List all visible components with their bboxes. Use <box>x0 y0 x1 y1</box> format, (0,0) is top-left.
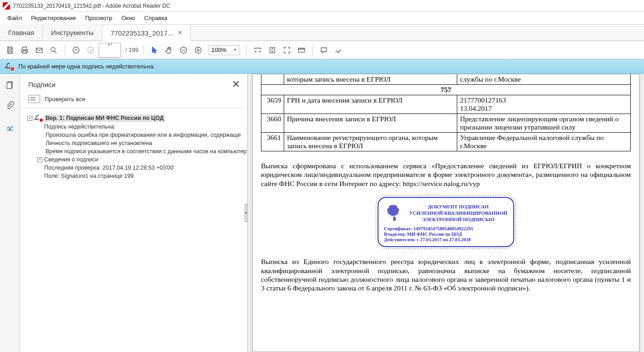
menu-window[interactable]: Окно <box>118 13 138 23</box>
paragraph: Выписка сформирована с использованием се… <box>261 161 631 188</box>
stamp-owner: Владелец: МИ ФНС России по ЦОД <box>384 232 508 237</box>
svg-rect-0 <box>36 48 42 52</box>
signature-bar: ℒ✕ По крайней мере одна подпись недейств… <box>0 59 644 74</box>
tab-label: 7702235133_2017... <box>111 29 174 37</box>
page-input[interactable] <box>99 43 121 57</box>
sign-button[interactable] <box>332 44 345 57</box>
separator <box>143 45 143 56</box>
signature-invalid-icon: ℒ <box>34 115 42 121</box>
verify-all-link[interactable]: Проверить все <box>45 96 85 103</box>
tree-lastcheck: Последняя проверка: 2017.04.19 12:28:53 … <box>37 164 244 172</box>
tree-line: Личность подписавшего не установлена <box>46 139 244 147</box>
tabbar: Главная Инструменты 7702235133_2017... × <box>0 25 644 41</box>
svg-point-1 <box>51 47 55 52</box>
svg-rect-7 <box>298 48 305 52</box>
fullscreen-button[interactable] <box>281 44 293 57</box>
tab-tools[interactable]: Инструменты <box>43 24 102 41</box>
signature-invalid-icon: ℒ✕ <box>5 63 14 70</box>
window-title: 7702235133_20170419_121542.pdf - Adobe A… <box>13 3 170 9</box>
menu-view[interactable]: Просмотр <box>82 13 116 23</box>
tab-label: Инструменты <box>51 29 94 36</box>
attachments-button[interactable] <box>4 99 16 112</box>
svg-point-2 <box>73 47 79 53</box>
paragraph: Выписка из Единого государственного реес… <box>261 257 631 293</box>
tree-field: Поле: Signature1 на странице 199 <box>37 172 244 180</box>
collapse-icon[interactable]: − <box>27 116 32 121</box>
search-button[interactable] <box>47 44 60 57</box>
section-number: 757 <box>261 85 631 95</box>
signatures-panel: Подписи ✕ Проверить все − ℒ Вер. 1: Подп… <box>20 74 248 352</box>
tree-invalid-label: Подпись недействительна: <box>44 124 116 130</box>
page-up-button[interactable] <box>70 44 82 57</box>
tree-details-label: Сведения о подписи <box>44 156 98 163</box>
close-icon[interactable]: × <box>178 29 182 37</box>
page-total: / 199 <box>125 47 138 53</box>
tree-invalid: Подпись недействительна: <box>37 123 244 131</box>
stamp-title: ДОКУМЕНТ ПОДПИСАН УСИЛЕННОЙ КВАЛИФИЦИРОВ… <box>409 203 508 223</box>
titlebar: 7702235133_20170419_121542.pdf - Adobe A… <box>0 0 644 12</box>
email-button[interactable] <box>33 44 46 57</box>
chevron-down-icon: ▼ <box>233 48 237 52</box>
signatures-button[interactable] <box>4 120 16 133</box>
table-row: 3660Причина внесения записи в ЕГРЮЛПредс… <box>261 114 631 133</box>
tree-line: Время подписи указывается в соответствии… <box>46 147 244 155</box>
fit-page-button[interactable] <box>266 44 279 57</box>
menubar: Файл Редактирование Просмотр Окно Справк… <box>0 12 644 25</box>
panel-resize-grip[interactable] <box>245 204 248 222</box>
page-down-button[interactable] <box>84 44 97 57</box>
tree-root[interactable]: − ℒ Вер. 1: Подписан МИ ФНС России по ЦО… <box>27 114 244 123</box>
close-icon[interactable]: ✕ <box>232 78 240 90</box>
menu-edit[interactable]: Редактирование <box>27 13 80 23</box>
data-table: которым запись внесена в ЕГРЮЛ службы по… <box>261 74 631 151</box>
tab-label: Главная <box>8 29 34 36</box>
separator <box>312 45 313 56</box>
fit-width-button[interactable] <box>251 44 264 57</box>
toolbar: / 199 100%▼ <box>0 41 644 59</box>
comment-button[interactable] <box>317 44 330 57</box>
thumbnails-button[interactable] <box>4 78 16 91</box>
tree-line: Произошла ошибка при форматировании или … <box>46 131 244 139</box>
tab-document[interactable]: 7702235133_2017... × <box>102 25 191 41</box>
read-mode-button[interactable] <box>295 44 308 57</box>
zoom-out-button[interactable] <box>177 44 190 57</box>
table-row: 3659ГРН и дата внесения записи в ЕГРЮЛ21… <box>261 95 631 114</box>
hand-tool[interactable] <box>163 44 175 57</box>
tab-home[interactable]: Главная <box>0 24 43 41</box>
stamp-cert: Сертификат: 1497924547580546054922291 <box>384 226 508 231</box>
select-tool[interactable] <box>148 44 161 57</box>
signature-stamp: ДОКУМЕНТ ПОДПИСАН УСИЛЕННОЙ КВАЛИФИЦИРОВ… <box>378 197 514 247</box>
svg-rect-9 <box>7 83 11 88</box>
signature-bar-text: По крайней мере одна подпись недействите… <box>18 63 155 70</box>
zoom-in-button[interactable] <box>192 44 204 57</box>
signature-stamp-wrap: ДОКУМЕНТ ПОДПИСАН УСИЛЕННОЙ КВАЛИФИЦИРОВ… <box>261 197 631 247</box>
workarea: Подписи ✕ Проверить все − ℒ Вер. 1: Подп… <box>0 74 644 352</box>
expand-icon[interactable]: + <box>37 157 42 162</box>
app-icon <box>3 2 10 10</box>
tree-details[interactable]: + Сведения о подписи <box>37 155 244 164</box>
menu-file[interactable]: Файл <box>4 13 26 23</box>
verify-all-icon[interactable] <box>28 95 40 103</box>
separator <box>246 45 247 56</box>
signature-tree: − ℒ Вер. 1: Подписан МИ ФНС России по ЦО… <box>20 108 247 352</box>
print-button[interactable] <box>18 44 31 57</box>
pdf-page: которым запись внесена в ЕГРЮЛ службы по… <box>252 74 639 352</box>
zoom-select[interactable]: 100%▼ <box>208 45 240 55</box>
left-rail <box>0 74 20 352</box>
save-button[interactable] <box>4 44 16 57</box>
svg-point-3 <box>87 47 94 53</box>
zoom-value: 100% <box>211 47 226 53</box>
emblem-icon <box>384 202 405 223</box>
menu-help[interactable]: Справка <box>141 13 171 23</box>
separator <box>65 45 65 56</box>
tree-root-label: Вер. 1: Подписан МИ ФНС России по ЦОД <box>44 114 165 122</box>
stamp-valid: Действителен: с 27.03.2017 по 27.03.2018 <box>384 237 508 242</box>
panel-title: Подписи <box>28 81 56 88</box>
document-area[interactable]: которым запись внесена в ЕГРЮЛ службы по… <box>248 74 644 352</box>
table-row: которым запись внесена в ЕГРЮЛ службы по… <box>261 74 631 85</box>
table-row: 3661Наименование регистрирующего органа,… <box>261 133 631 151</box>
